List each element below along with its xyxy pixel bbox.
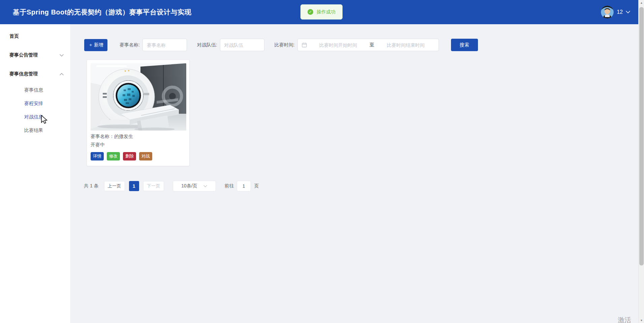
event-name-input[interactable] — [142, 39, 187, 51]
sidebar-group-label: 赛事公告管理 — [9, 52, 60, 58]
scroll-down-icon[interactable]: ▼ — [639, 318, 644, 323]
event-name-label: 赛事名称: — [120, 42, 140, 48]
delete-button[interactable]: 删除 — [123, 152, 136, 160]
toast-message: 操作成功 — [317, 9, 335, 15]
add-button-label: 新增 — [94, 42, 103, 48]
next-page-button[interactable]: 下一页 — [143, 181, 164, 191]
sidebar-item-schedule[interactable]: 赛程安排 — [0, 97, 70, 110]
calendar-icon — [302, 42, 307, 47]
total-count: 共 1 条 — [84, 183, 99, 189]
sidebar-item-event-info[interactable]: 赛事信息 — [0, 83, 70, 97]
end-time-input[interactable] — [377, 42, 434, 48]
main-content: ＋新增 赛事名称: 对战队伍: 比赛时间: 至 搜索 — [71, 24, 638, 323]
success-check-icon: ✓ — [308, 9, 313, 15]
event-card: 赛事名称：的撒发生 开赛中 详情 修改 删除 对战 — [87, 60, 190, 166]
sidebar-item-label: 赛程安排 — [24, 101, 43, 107]
chevron-up-icon — [60, 73, 64, 75]
sidebar-item-match-results[interactable]: 比赛结果 — [0, 124, 70, 137]
filter-bar: ＋新增 赛事名称: 对战队伍: 比赛时间: 至 搜索 — [84, 39, 478, 51]
sidebar-group-event-info[interactable]: 赛事信息管理 — [0, 65, 70, 83]
sidebar-group-label: 赛事信息管理 — [9, 71, 60, 77]
username: 12 — [617, 9, 623, 15]
card-actions: 详情 修改 删除 对战 — [91, 152, 186, 160]
range-separator: 至 — [369, 42, 374, 48]
event-cover-image — [91, 63, 186, 131]
detail-button[interactable]: 详情 — [91, 152, 104, 160]
sidebar: 首页 赛事公告管理 赛事信息管理 赛事信息 赛程安排 对战信息 比赛结果 — [0, 24, 71, 323]
sidebar-item-label: 赛事信息 — [24, 87, 43, 93]
prev-page-button[interactable]: 上一页 — [104, 181, 125, 191]
sidebar-item-battle-info[interactable]: 对战信息 — [0, 110, 70, 124]
page: 基于Spring Boot的无畏契约（游戏）赛事平台设计与实现 ✓ 操作成功 — [0, 0, 638, 323]
search-button[interactable]: 搜索 — [451, 39, 478, 51]
scrollbar-thumb[interactable] — [639, 7, 644, 265]
sidebar-item-home[interactable]: 首页 — [0, 27, 70, 46]
vertical-scrollbar[interactable]: ▲ ▼ — [638, 0, 644, 323]
event-status: 开赛中 — [91, 142, 186, 148]
sidebar-item-label: 比赛结果 — [24, 128, 43, 134]
add-button[interactable]: ＋新增 — [84, 39, 107, 51]
sidebar-item-label: 对战信息 — [24, 114, 43, 120]
app-title: 基于Spring Boot的无畏契约（游戏）赛事平台设计与实现 — [13, 8, 191, 17]
pagination: 共 1 条 上一页 1 下一页 10条/页 前往 页 — [84, 181, 259, 191]
scroll-up-icon[interactable]: ▲ — [639, 0, 644, 5]
success-toast: ✓ 操作成功 — [300, 4, 343, 20]
page-unit-label: 页 — [254, 183, 259, 189]
chevron-down-icon — [203, 185, 207, 187]
avatar[interactable] — [601, 6, 614, 19]
chevron-down-icon — [626, 11, 630, 13]
battle-button[interactable]: 对战 — [139, 152, 152, 160]
battle-team-label: 对战队伍: — [197, 42, 217, 48]
sidebar-group-announcements[interactable]: 赛事公告管理 — [0, 46, 70, 65]
battle-team-input[interactable] — [220, 39, 264, 51]
user-menu[interactable]: 12 — [601, 0, 630, 24]
page-number-1[interactable]: 1 — [129, 181, 139, 191]
plus-icon: ＋ — [88, 42, 93, 48]
event-name: 赛事名称：的撒发生 — [91, 134, 186, 140]
sidebar-item-label: 首页 — [9, 33, 64, 39]
page-size-select[interactable]: 10条/页 — [173, 181, 216, 191]
edit-button[interactable]: 修改 — [107, 152, 120, 160]
page-size-value: 10条/页 — [181, 183, 197, 189]
goto-label: 前往 — [225, 183, 234, 189]
match-time-label: 比赛时间: — [275, 42, 295, 48]
start-time-input[interactable] — [310, 42, 367, 48]
match-time-range-picker[interactable]: 至 — [297, 39, 439, 51]
chevron-down-icon — [60, 54, 64, 57]
goto-page-input[interactable] — [237, 181, 251, 191]
